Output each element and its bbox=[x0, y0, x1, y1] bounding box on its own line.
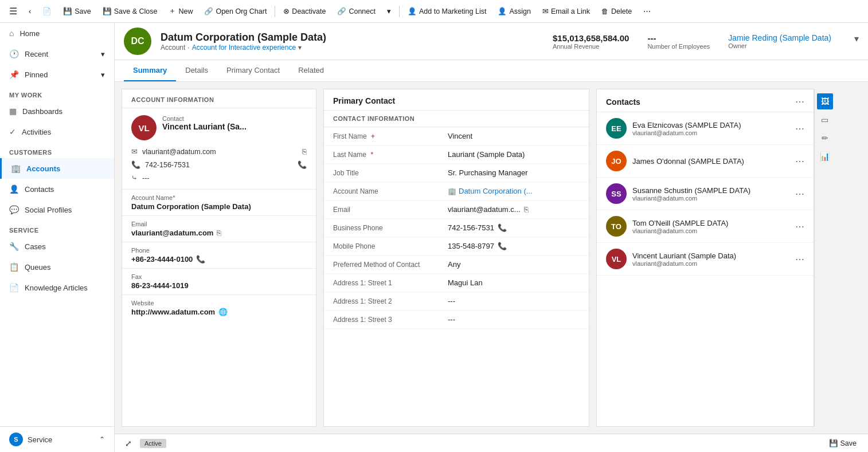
sidebar-item-dashboards[interactable]: ▦ Dashboards bbox=[0, 101, 114, 121]
sidebar-item-knowledge[interactable]: 📄 Knowledge Articles bbox=[0, 277, 114, 298]
first-name-row: First Name + Vincent bbox=[324, 127, 589, 146]
header-expand-icon[interactable]: ▾ bbox=[854, 33, 859, 44]
sidebar-footer: S Service ⌃ bbox=[0, 426, 114, 452]
sidebar-item-recent[interactable]: 🕐 Recent ▾ bbox=[0, 44, 114, 64]
contact-phone-row: 📞 742-156-7531 📞 bbox=[131, 158, 307, 171]
mobile-phone-icon[interactable]: 📞 bbox=[498, 242, 507, 250]
contact-menu-vl[interactable]: ⋯ bbox=[795, 254, 804, 265]
marketing-list-button[interactable]: 👤 Add to Marketing List bbox=[403, 5, 491, 18]
email-ci-row: Email vlauriant@adatum.c... ⎘ bbox=[324, 201, 589, 219]
assign-button[interactable]: 👤 Assign bbox=[493, 5, 535, 18]
phone-block: Phone +86-23-4444-0100 📞 bbox=[122, 242, 316, 269]
record-title: Datum Corporation (Sample Data) bbox=[161, 32, 544, 44]
account-info-title: ACCOUNT INFORMATION bbox=[122, 89, 316, 108]
phone-label: Phone bbox=[131, 247, 307, 254]
website-action-icon[interactable]: 🌐 bbox=[218, 308, 228, 316]
contact-avatar-to: TO bbox=[606, 216, 627, 237]
employees-value: --- bbox=[647, 33, 710, 43]
service-section-label: Service bbox=[0, 220, 114, 236]
sidebar-item-cases[interactable]: 🔧 Cases bbox=[0, 236, 114, 257]
right-icon-layout[interactable]: ▭ bbox=[817, 112, 833, 128]
save-close-button[interactable]: 💾 Save & Close bbox=[98, 5, 162, 18]
contacts-panel-menu-icon[interactable]: ⋯ bbox=[795, 96, 804, 107]
contact-menu-ee[interactable]: ⋯ bbox=[795, 123, 804, 134]
contact-avatar-ss: SS bbox=[606, 183, 627, 204]
sidebar-item-home[interactable]: ⌂ Home bbox=[0, 23, 114, 44]
more-dropdown[interactable]: ▾ bbox=[382, 5, 396, 18]
experience-link[interactable]: Account for Interactive experience bbox=[192, 44, 296, 52]
expand-button[interactable]: ⤢ bbox=[122, 438, 135, 449]
tab-primary-contact[interactable]: Primary Contact bbox=[217, 60, 289, 81]
other-icon: ⤷ bbox=[131, 174, 138, 182]
sidebar-item-queues[interactable]: 📋 Queues bbox=[0, 257, 114, 277]
contact-name-vl: Vincent Lauriant (Sample Data) bbox=[632, 251, 789, 260]
email-ci-action-icon[interactable]: ⎘ bbox=[524, 205, 529, 214]
phone-action-icon[interactable]: 📞 bbox=[196, 255, 205, 264]
pinned-icon: 📌 bbox=[9, 70, 19, 79]
email-action-icon[interactable]: ⎘ bbox=[217, 229, 221, 237]
deactivate-button[interactable]: ⊗ Deactivate bbox=[279, 5, 330, 18]
sidebar-item-contacts[interactable]: 👤 Contacts bbox=[0, 179, 114, 199]
sidebar-item-social-profiles[interactable]: 💬 Social Profiles bbox=[0, 199, 114, 220]
subtitle-dropdown[interactable]: ▾ bbox=[298, 44, 302, 52]
contact-menu-jo[interactable]: ⋯ bbox=[795, 156, 804, 167]
contact-menu-ss[interactable]: ⋯ bbox=[795, 188, 804, 199]
email-copy-icon[interactable]: ⎘ bbox=[302, 147, 307, 156]
phone-icon: 📞 bbox=[131, 160, 140, 169]
connect-button[interactable]: 🔗 Connect bbox=[333, 5, 380, 18]
contacts-panel-header: Contacts ⋯ bbox=[597, 89, 814, 112]
tab-summary[interactable]: Summary bbox=[124, 60, 176, 81]
save-button[interactable]: 💾 Save bbox=[58, 5, 96, 18]
owner-value[interactable]: Jamie Reding (Sample Data) bbox=[728, 33, 831, 42]
contact-info-section-title: CONTACT INFORMATION bbox=[324, 110, 589, 127]
last-name-label: Last Name * bbox=[333, 150, 448, 159]
right-icon-image[interactable]: 🖼 bbox=[817, 93, 833, 109]
email-value-row: vlauriant@adatum.com ⎘ bbox=[131, 229, 307, 237]
status-save-button[interactable]: 💾 Save bbox=[824, 437, 862, 450]
account-name-link[interactable]: 🏢 Datum Corporation (... bbox=[448, 187, 533, 195]
content-area: DC Datum Corporation (Sample Data) Accou… bbox=[115, 23, 868, 452]
account-name-label: Account Name* bbox=[131, 194, 307, 201]
first-name-label: First Name + bbox=[333, 132, 448, 140]
sidebar-item-pinned[interactable]: 📌 Pinned ▾ bbox=[0, 64, 114, 85]
hamburger-menu[interactable]: ☰ bbox=[5, 3, 22, 19]
knowledge-icon: 📄 bbox=[9, 283, 19, 292]
sidebar-footer-service[interactable]: S Service ⌃ bbox=[0, 427, 114, 452]
email-link-button[interactable]: ✉ Email a Link bbox=[538, 5, 595, 18]
tab-details[interactable]: Details bbox=[176, 60, 217, 81]
tab-related[interactable]: Related bbox=[289, 60, 333, 81]
contact-info-ss: Susanne Schustin (SAMPLE DATA) vlauriant… bbox=[632, 186, 789, 202]
first-name-value: Vincent bbox=[448, 132, 580, 140]
right-icon-edit[interactable]: ✏ bbox=[817, 130, 833, 146]
record-icon[interactable]: 📄 bbox=[38, 5, 56, 18]
back-button[interactable]: ‹ bbox=[24, 5, 36, 18]
address-street1-row: Address 1: Street 1 Magui Lan bbox=[324, 274, 589, 292]
phone-call-icon[interactable]: 📞 bbox=[298, 160, 307, 169]
list-item: SS Susanne Schustin (SAMPLE DATA) vlauri… bbox=[597, 178, 814, 210]
new-button[interactable]: ＋ New bbox=[164, 4, 197, 18]
sidebar-item-accounts[interactable]: 🏢 Accounts bbox=[0, 158, 114, 179]
status-left: ⤢ Active bbox=[122, 438, 166, 449]
primary-panel-title: Primary Contact bbox=[324, 89, 589, 110]
list-item: EE Eva Elznicovas (SAMPLE DATA) vlaurian… bbox=[597, 112, 814, 145]
right-icon-data[interactable]: 📊 bbox=[817, 148, 833, 164]
sidebar-item-activities[interactable]: ✓ Activities bbox=[0, 121, 114, 142]
address-street2-row: Address 1: Street 2 --- bbox=[324, 292, 589, 310]
org-chart-icon: 🔗 bbox=[204, 7, 213, 15]
accounts-icon: 🏢 bbox=[11, 164, 21, 173]
fax-value: 86-23-4444-1019 bbox=[131, 281, 307, 290]
business-phone-icon[interactable]: 📞 bbox=[498, 223, 507, 232]
delete-button[interactable]: 🗑 Delete bbox=[597, 5, 636, 18]
sidebar: ⌂ Home 🕐 Recent ▾ 📌 Pinned ▾ My Work ▦ D… bbox=[0, 23, 115, 452]
pinned-arrow: ▾ bbox=[101, 70, 105, 79]
contact-card-name: Vincent Lauriant (Sa... bbox=[162, 122, 247, 131]
status-badge: Active bbox=[140, 439, 166, 448]
org-chart-button[interactable]: 🔗 Open Org Chart bbox=[200, 5, 271, 18]
contact-menu-to[interactable]: ⋯ bbox=[795, 221, 804, 232]
contact-info-ee: Eva Elznicovas (SAMPLE DATA) vlauriant@a… bbox=[632, 121, 789, 136]
save-close-icon: 💾 bbox=[103, 7, 112, 15]
overflow-menu[interactable]: ⋯ bbox=[639, 5, 655, 18]
record-subtitle: Account · Account for Interactive experi… bbox=[161, 44, 544, 52]
cases-icon: 🔧 bbox=[9, 242, 19, 251]
account-name-ci-value: 🏢 Datum Corporation (... bbox=[448, 187, 580, 195]
